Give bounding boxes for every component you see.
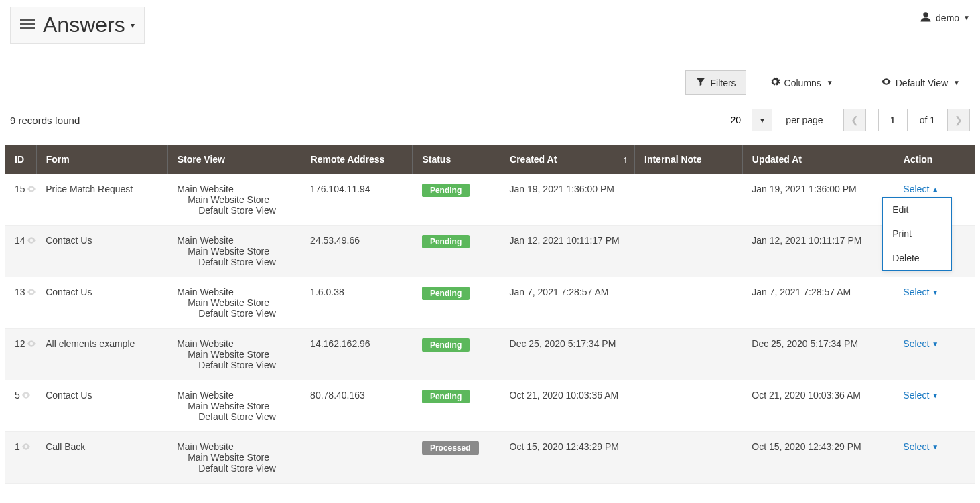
select-action[interactable]: Select ▼ [903,338,938,349]
cell-note [635,174,743,226]
cell-store: Main WebsiteMain Website StoreDefault St… [167,174,301,226]
hamburger-icon [20,17,35,33]
table-row[interactable]: 1Call BackMain WebsiteMain Website Store… [5,432,975,484]
cell-action: Select ▼ [894,277,975,329]
cell-created: Jan 12, 2021 10:11:17 PM [500,226,635,277]
table-row[interactable]: 15Price Match RequestMain WebsiteMain We… [5,174,975,226]
eye-icon [881,76,892,89]
cell-remote: 176.104.11.94 [301,174,413,226]
select-action[interactable]: Select ▼ [903,441,938,452]
default-view-button[interactable]: Default View ▼ [871,70,970,95]
per-page-input[interactable] [719,109,752,131]
cell-remote: 1.6.0.38 [301,277,413,329]
eye-icon [27,338,36,349]
status-badge: Pending [422,338,470,352]
cell-form: Contact Us [36,226,167,277]
page-title-group[interactable]: Answers ▾ [10,7,145,44]
cell-id: 1 [5,432,36,484]
select-action[interactable]: Select ▼ [903,287,938,297]
cell-remote: 80.78.40.163 [301,380,413,432]
svg-rect-0 [20,19,35,21]
page-input[interactable] [878,109,908,131]
eye-icon [27,287,36,297]
per-page-dropdown[interactable]: ▼ [752,109,772,131]
col-header-status[interactable]: Status [413,145,500,174]
cell-status: Processed [413,432,500,484]
action-dropdown: EditPrintDelete [882,197,952,271]
cell-note [635,380,743,432]
cell-store: Main WebsiteMain Website StoreDefault St… [167,432,301,484]
funnel-icon [695,76,706,89]
caret-down-icon: ▼ [963,14,970,21]
status-badge: Pending [422,184,470,197]
user-menu[interactable]: demo ▼ [920,7,970,25]
cell-note [635,226,743,277]
cell-created: Oct 21, 2020 10:03:36 AM [500,380,635,432]
col-header-remote[interactable]: Remote Address [301,145,413,174]
cell-updated: Dec 25, 2020 5:17:34 PM [742,329,894,380]
cell-form: Contact Us [36,277,167,329]
eye-icon [27,235,36,246]
columns-button[interactable]: Columns ▼ [760,70,843,95]
col-header-action[interactable]: Action [894,145,975,174]
caret-icon: ▼ [932,443,938,451]
col-header-updated[interactable]: Updated At [742,145,894,174]
action-delete[interactable]: Delete [883,246,951,270]
svg-rect-2 [20,27,35,29]
records-found: 9 records found [10,115,80,126]
cell-status: Pending [413,277,500,329]
svg-point-3 [923,12,928,17]
cell-created: Jan 7, 2021 7:28:57 AM [500,277,635,329]
table-row[interactable]: 14Contact UsMain WebsiteMain Website Sto… [5,226,975,277]
status-badge: Pending [422,287,470,300]
cell-form: Price Match Request [36,174,167,226]
sort-ascending-icon: ↑ [623,154,628,165]
select-action[interactable]: Select ▼ [903,390,938,401]
svg-rect-1 [20,23,35,25]
status-badge: Processed [422,441,479,455]
cell-form: Call Back [36,432,167,484]
select-action[interactable]: Select ▲EditPrintDelete [903,184,938,194]
table-row[interactable]: 12All elements exampleMain WebsiteMain W… [5,329,975,380]
cell-action: Select ▲EditPrintDelete [894,174,975,226]
col-header-store[interactable]: Store View [167,145,301,174]
cell-id: 5 [5,380,36,432]
next-page-button[interactable]: ❯ [947,109,970,131]
chevron-left-icon: ❮ [851,115,859,125]
cell-status: Pending [413,174,500,226]
status-badge: Pending [422,390,470,403]
cell-id: 15 [5,174,36,226]
action-edit[interactable]: Edit [883,198,951,222]
caret-down-icon: ▼ [759,117,766,124]
cell-store: Main WebsiteMain Website StoreDefault St… [167,329,301,380]
divider [857,74,857,92]
cell-id: 14 [5,226,36,277]
caret-down-icon: ▾ [131,21,135,30]
col-header-note[interactable]: Internal Note [635,145,743,174]
cell-remote: 24.53.49.66 [301,226,413,277]
cell-updated: Jan 19, 2021 1:36:00 PM [742,174,894,226]
col-header-id[interactable]: ID [5,145,36,174]
col-header-created[interactable]: Created At↑ [500,145,635,174]
filters-button[interactable]: Filters [685,70,746,95]
cell-store: Main WebsiteMain Website StoreDefault St… [167,380,301,432]
columns-label: Columns [784,78,821,88]
answers-table: ID Form Store View Remote Address Status… [5,145,975,484]
cell-status: Pending [413,226,500,277]
col-header-form[interactable]: Form [36,145,167,174]
default-view-label: Default View [896,78,948,88]
table-row[interactable]: 5Contact UsMain WebsiteMain Website Stor… [5,380,975,432]
cell-updated: Oct 15, 2020 12:43:29 PM [742,432,894,484]
gear-icon [770,76,780,89]
action-print[interactable]: Print [883,222,951,246]
chevron-right-icon: ❯ [955,115,963,125]
table-row[interactable]: 13Contact UsMain WebsiteMain Website Sto… [5,277,975,329]
cell-updated: Jan 12, 2021 10:11:17 PM [742,226,894,277]
prev-page-button[interactable]: ❮ [843,109,866,131]
eye-icon [21,441,31,452]
cell-created: Oct 15, 2020 12:43:29 PM [500,432,635,484]
cell-store: Main WebsiteMain Website StoreDefault St… [167,226,301,277]
filters-label: Filters [710,78,736,88]
cell-status: Pending [413,329,500,380]
cell-id: 12 [5,329,36,380]
